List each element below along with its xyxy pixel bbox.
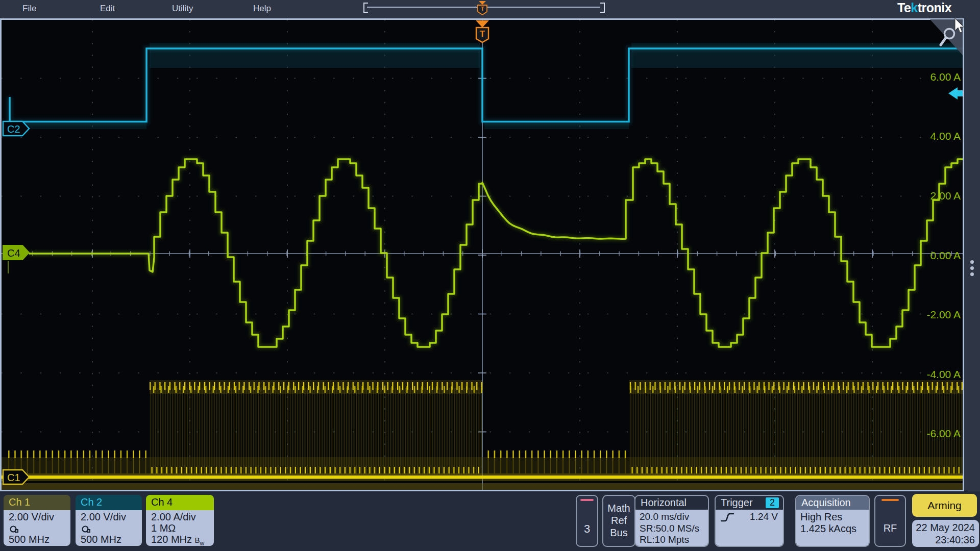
callout-count: 3 [577, 522, 597, 536]
rf-accent-line [881, 499, 899, 501]
date-value: 22 May 2024 [912, 521, 975, 534]
trigger-source-chip: 2 [766, 497, 779, 508]
acquisition-title: Acquisition [796, 496, 869, 510]
svg-text:T: T [480, 29, 485, 39]
waveform-traces [1, 19, 963, 491]
bottom-settings-bar: Ch 1 2.00 V/div 500 MHz Ch 2 2.00 V/div [0, 491, 980, 551]
rf-label: RF [875, 522, 905, 534]
channel1-badge[interactable]: Ch 1 2.00 V/div 500 MHz [4, 495, 70, 546]
waveform-display[interactable]: 6.00 A4.00 A2.00 A0.00 A-2.00 A-4.00 A-6… [0, 18, 965, 491]
axis-label--4.00A: -4.00 A [926, 368, 961, 380]
tektronix-logo: Tektronix [897, 1, 951, 15]
channel1-header: Ch 1 [4, 495, 70, 510]
horizontal-sample-rate: SR:50.0 MS/s [640, 523, 708, 535]
menu-edit[interactable]: Edit [100, 4, 115, 14]
trigger-title: Trigger 2 [716, 496, 783, 510]
menu-utility[interactable]: Utility [172, 4, 193, 14]
callout-badge[interactable]: 3 [576, 495, 598, 547]
ch4-scale: 2.00 A/div [151, 511, 214, 522]
channel2-badge[interactable]: Ch 2 2.00 V/div 500 MHz [76, 495, 142, 546]
menu-bar: File Edit Utility Help T Tektronix [0, 0, 980, 18]
channel4-header: Ch 4 [146, 495, 214, 510]
slider-trigger-handle[interactable]: T [475, 0, 490, 18]
probe-icon [81, 524, 92, 534]
time-value: 23:40:36 [912, 534, 975, 546]
channel2-header: Ch 2 [76, 495, 142, 510]
math-ref-bus-badge[interactable]: Math Ref Bus [602, 495, 635, 547]
slider-left-bracket [363, 3, 368, 13]
svg-text:C2: C2 [7, 123, 20, 135]
acquisition-count: 1.425 kAcqs [800, 523, 869, 535]
trigger-badge[interactable]: Trigger 2 1.24 V [715, 495, 784, 547]
ch2-bandwidth: 500 MHz [81, 534, 142, 545]
c1-baseline [1, 475, 963, 479]
trigger-level-value: 1.24 V [750, 511, 778, 523]
callout-accent-line [580, 499, 594, 501]
ch2-scale: 2.00 V/div [81, 511, 142, 522]
rf-badge[interactable]: RF [874, 495, 906, 547]
axis-label-6.00A: 6.00 A [930, 71, 961, 83]
menu-file[interactable]: File [22, 4, 36, 14]
datetime-badge: 22 May 2024 23:40:36 [912, 520, 979, 547]
axis-label--6.00A: -6.00 A [926, 428, 961, 439]
probe-icon [9, 524, 20, 534]
ch1-bandwidth: 500 MHz [9, 534, 70, 545]
axis-label--2.00A: -2.00 A [926, 309, 961, 320]
axis-label-4.00A: 4.00 A [930, 130, 961, 142]
channel4-badge[interactable]: Ch 4 2.00 A/div 1 MΩ 120 MHz Bw [146, 495, 214, 546]
ch4-bandwidth: 120 MHz Bw [151, 534, 214, 546]
acquisition-mode: High Res [800, 511, 869, 523]
horizontal-title: Horizontal [635, 496, 708, 510]
ch1-scale: 2.00 V/div [9, 511, 70, 522]
axis-label-2.00A: 2.00 A [930, 190, 961, 202]
horizontal-record-length: RL:10 Mpts [640, 534, 708, 546]
horizontal-badge[interactable]: Horizontal 20.0 ms/div SR:50.0 MS/s RL:1… [634, 495, 709, 547]
channel-flag-C2[interactable]: C2 [3, 121, 29, 136]
menu-help[interactable]: Help [253, 4, 271, 14]
axis-label-0.00A: 0.00 A [930, 249, 961, 261]
slider-right-bracket [600, 3, 605, 13]
horizontal-scale: 20.0 ms/div [640, 511, 708, 523]
arming-status-badge[interactable]: Arming [912, 494, 977, 517]
acquisition-badge[interactable]: Acquisition High Res 1.425 kAcqs [795, 495, 870, 547]
svg-text:C4: C4 [7, 247, 20, 259]
rising-edge-icon [720, 512, 735, 523]
slider-t-glyph: T [481, 6, 484, 12]
oscilloscope-screen: File Edit Utility Help T Tektronix [0, 0, 980, 551]
right-side-strip [964, 18, 980, 491]
svg-text:C1: C1 [7, 472, 20, 483]
ch4-impedance: 1 MΩ [151, 522, 214, 534]
logo-k-accent: k [911, 1, 917, 15]
channel-flag-C1[interactable]: C1 [3, 470, 29, 484]
